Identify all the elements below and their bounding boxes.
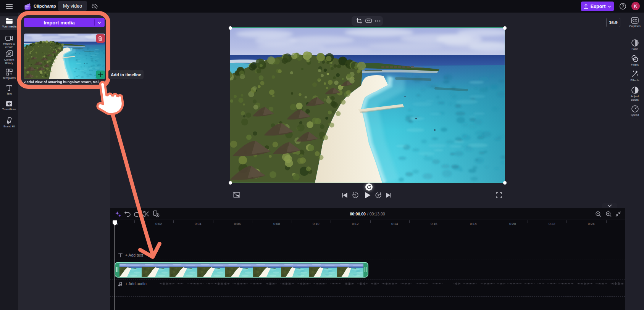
svg-text:5: 5	[355, 194, 356, 197]
svg-text:5: 5	[378, 194, 379, 197]
